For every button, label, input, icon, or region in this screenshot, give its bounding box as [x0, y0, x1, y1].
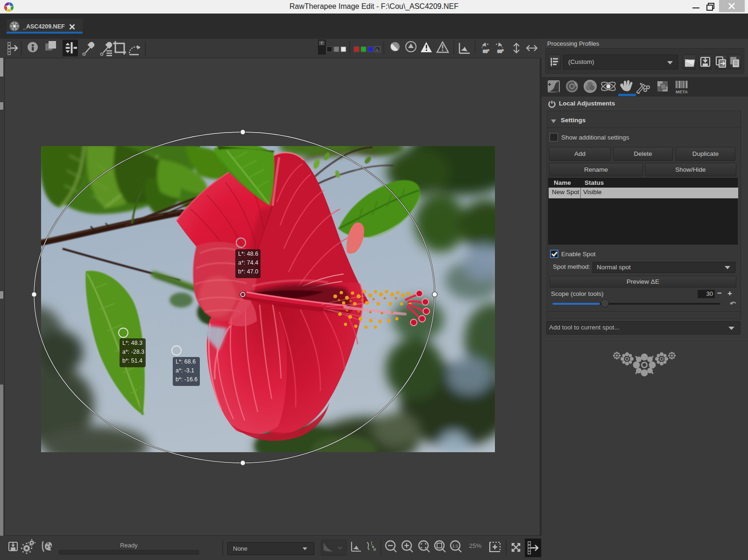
svg-text:a*: -3.1: a*: -3.1 [176, 367, 194, 374]
svg-text:b*: 47.0: b*: 47.0 [238, 268, 258, 275]
svg-text:Ready: Ready [120, 542, 138, 549]
svg-text:25%: 25% [469, 542, 481, 549]
svg-text:b*: 51.4: b*: 51.4 [122, 357, 142, 364]
svg-text:None: None [233, 545, 247, 552]
svg-text:a*: 74.4: a*: 74.4 [238, 259, 258, 266]
svg-text:META: META [676, 89, 688, 94]
svg-text:90°: 90° [498, 49, 504, 54]
svg-text:L*: 68.6: L*: 68.6 [176, 358, 196, 365]
svg-text:b*: -16.6: b*: -16.6 [176, 376, 198, 383]
svg-text:a*: -28.3: a*: -28.3 [122, 349, 144, 355]
svg-text:L*: 48.6: L*: 48.6 [238, 251, 258, 257]
svg-text:T: T [321, 41, 323, 45]
svg-text:1:1: 1:1 [452, 544, 459, 548]
svg-text:90°: 90° [483, 49, 489, 54]
svg-text:L: L [376, 48, 379, 52]
svg-text:L*: 48.3: L*: 48.3 [122, 340, 142, 346]
